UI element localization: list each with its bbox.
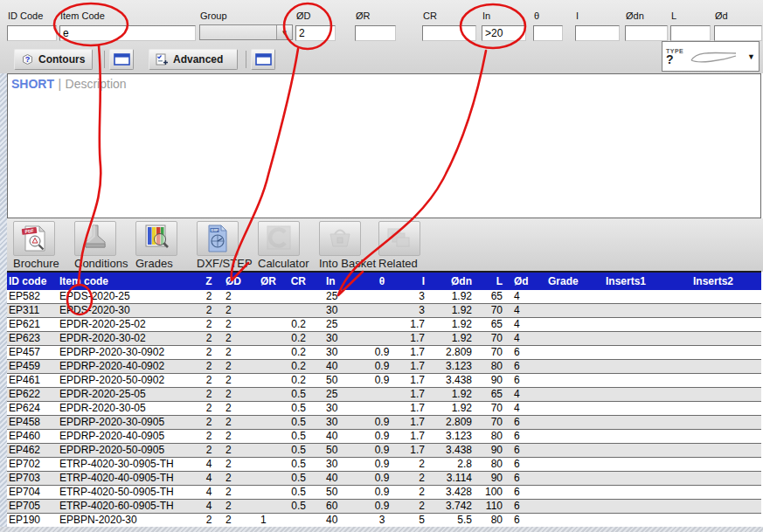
into-basket-button[interactable] bbox=[319, 221, 361, 256]
table-row-EP459[interactable]: EP459EPDRP-2020-40-0902220.2400.91.73.12… bbox=[7, 360, 761, 374]
column-header-item[interactable]: Item code bbox=[58, 273, 198, 290]
advanced-button[interactable]: Advanced bbox=[149, 49, 238, 70]
cr-input[interactable] bbox=[422, 25, 476, 41]
cell-cr: 0.5 bbox=[285, 472, 308, 486]
table-row-EP460[interactable]: EP460EPDRP-2020-40-0905220.5400.91.73.12… bbox=[7, 430, 761, 444]
cell-id: EP190 bbox=[7, 514, 58, 528]
advanced-window-button[interactable] bbox=[251, 49, 275, 70]
cell-in: 30 bbox=[308, 346, 367, 360]
cell-theta bbox=[367, 290, 397, 304]
in-label: In bbox=[482, 10, 526, 23]
column-header-ins2[interactable]: Inserts2 bbox=[690, 273, 761, 290]
cell-item: ETRP-4020-50-0905-TH bbox=[58, 486, 198, 500]
table-row-EP190[interactable]: EP190EPBPN-2020-3022140355.5806 bbox=[7, 514, 761, 528]
column-header-odn[interactable]: Ødn bbox=[427, 273, 474, 290]
id-code-input[interactable] bbox=[7, 25, 57, 41]
cell-ins1 bbox=[603, 458, 690, 472]
cr-label: CR bbox=[423, 10, 476, 23]
column-header-in[interactable]: In bbox=[308, 273, 367, 290]
brochure-button-label: Brochure bbox=[13, 257, 59, 270]
table-row-EP462[interactable]: EP462EPDRP-2020-50-0905220.5500.91.73.43… bbox=[7, 444, 761, 458]
in-input[interactable] bbox=[482, 25, 526, 41]
group-dropdown-arrow-icon[interactable]: ▼ bbox=[276, 25, 292, 39]
type-combobox[interactable]: TYPE ? ▼ bbox=[662, 41, 760, 72]
cell-i: 1.7 bbox=[397, 444, 427, 458]
column-header-grade[interactable]: Grade bbox=[535, 273, 603, 290]
table-row-EP621[interactable]: EP621EPDR-2020-25-02220.2251.71.92654 bbox=[7, 318, 761, 332]
cell-od: 2 bbox=[220, 444, 253, 458]
cell-ins2 bbox=[690, 444, 761, 458]
cell-od2: 6 bbox=[504, 430, 535, 444]
table-row-EP705[interactable]: EP705ETRP-4020-60-0905-TH420.5600.923.74… bbox=[7, 500, 761, 514]
contours-button[interactable]: ? Contours bbox=[14, 49, 93, 70]
column-header-id[interactable]: ID code bbox=[7, 273, 58, 290]
cell-grade bbox=[535, 304, 603, 318]
group-combobox[interactable]: ▼ bbox=[199, 24, 293, 40]
or-input[interactable] bbox=[355, 25, 396, 41]
l-input[interactable] bbox=[670, 25, 711, 41]
view-mode-short-link[interactable]: SHORT bbox=[11, 77, 54, 91]
column-header-i[interactable]: I bbox=[397, 273, 427, 290]
column-header-ins1[interactable]: Inserts1 bbox=[603, 273, 690, 290]
column-header-cr[interactable]: CR bbox=[285, 273, 308, 290]
cell-l: 110 bbox=[474, 500, 504, 514]
table-row-EP622[interactable]: EP622EPDR-2020-25-05220.5251.71.92654 bbox=[7, 388, 761, 402]
grades-button[interactable] bbox=[135, 221, 177, 256]
cell-od: 2 bbox=[220, 304, 253, 318]
cell-grade bbox=[535, 486, 603, 500]
cell-or bbox=[253, 472, 285, 486]
od-small-input[interactable] bbox=[714, 25, 762, 41]
id-code-field-group: ID Code bbox=[7, 10, 57, 41]
table-row-EP461[interactable]: EP461EPDRP-2020-50-0902220.2500.91.73.43… bbox=[7, 374, 761, 388]
cell-in: 25 bbox=[308, 290, 367, 304]
table-row-EP582[interactable]: EP582EPDS-2020-25222531.92654 bbox=[7, 290, 761, 304]
cell-odn: 3.438 bbox=[427, 374, 474, 388]
table-row-EP703[interactable]: EP703ETRP-4020-40-0905-TH420.5400.923.11… bbox=[7, 472, 761, 486]
table-row-EP702[interactable]: EP702ETRP-4020-30-0905-TH420.5300.922.88… bbox=[7, 458, 761, 472]
column-header-z[interactable]: Z bbox=[198, 273, 220, 290]
table-row-EP623[interactable]: EP623EPDR-2020-30-02220.2301.71.92704 bbox=[7, 332, 761, 346]
cr-field-group: CR bbox=[422, 10, 476, 41]
cell-od2: 6 bbox=[504, 458, 535, 472]
cell-l: 90 bbox=[474, 444, 504, 458]
theta-field-group: θ bbox=[533, 10, 563, 41]
cell-z: 2 bbox=[198, 318, 220, 332]
catalog-search-window: { "filter_bar": { "fields": [ {"label":"… bbox=[0, 0, 763, 532]
table-row-EP311[interactable]: EP311EPDS-2020-30223031.92704 bbox=[7, 304, 761, 318]
description-placeholder: Description bbox=[66, 77, 127, 91]
theta-input[interactable] bbox=[533, 25, 563, 41]
table-row-EP704[interactable]: EP704ETRP-4020-50-0905-TH420.5500.923.42… bbox=[7, 486, 761, 500]
cell-i: 3 bbox=[397, 304, 427, 318]
table-row-EP624[interactable]: EP624EPDR-2020-30-05220.5301.71.92704 bbox=[7, 402, 761, 416]
column-header-theta[interactable]: θ bbox=[367, 273, 397, 290]
od-input[interactable] bbox=[295, 25, 336, 41]
brochure-button[interactable]: PDF bbox=[13, 221, 55, 256]
cell-grade bbox=[535, 444, 603, 458]
calculator-button[interactable] bbox=[258, 221, 300, 256]
i-input[interactable] bbox=[575, 25, 620, 41]
column-header-or[interactable]: ØR bbox=[253, 273, 285, 290]
table-row-EP457[interactable]: EP457EPDRP-2020-30-0902220.2300.91.72.80… bbox=[7, 346, 761, 360]
item-code-input[interactable] bbox=[59, 25, 196, 41]
od-small-field-group: Ød bbox=[714, 10, 762, 41]
related-button[interactable] bbox=[378, 221, 420, 256]
odn-input[interactable] bbox=[625, 25, 668, 41]
cell-ins1 bbox=[603, 332, 690, 346]
contours-window-button[interactable] bbox=[109, 49, 134, 70]
column-header-l[interactable]: L bbox=[474, 273, 504, 290]
table-row-EP458[interactable]: EP458EPDRP-2020-30-0905220.5300.91.72.80… bbox=[7, 416, 761, 430]
cell-odn: 2.809 bbox=[427, 416, 474, 430]
cell-i: 2 bbox=[397, 472, 427, 486]
column-header-od2[interactable]: Ød bbox=[504, 273, 535, 290]
column-header-od[interactable]: ØD bbox=[220, 273, 253, 290]
cell-or bbox=[253, 444, 285, 458]
dxf-step-button[interactable]: DXF bbox=[197, 221, 239, 256]
cell-i: 1.7 bbox=[397, 416, 427, 430]
cell-grade bbox=[535, 290, 603, 304]
cell-z: 2 bbox=[198, 290, 220, 304]
calculator-button-label: Calculator bbox=[258, 257, 309, 270]
tool-conditions-icon bbox=[78, 223, 113, 254]
type-dropdown-arrow-icon[interactable]: ▼ bbox=[747, 52, 755, 61]
conditions-button[interactable] bbox=[74, 221, 116, 256]
cell-z: 2 bbox=[198, 304, 220, 318]
